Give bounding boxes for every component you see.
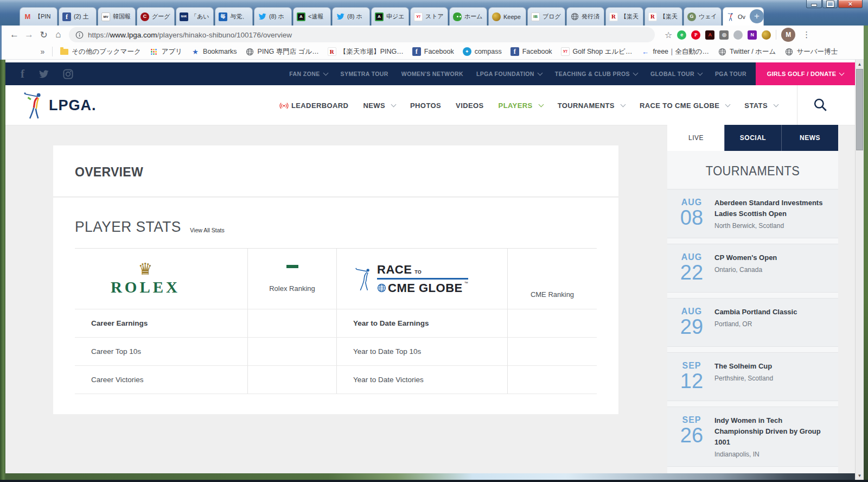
globe-icon xyxy=(246,47,254,56)
browser-tab[interactable]: M 【PIN xyxy=(20,7,58,26)
back-button[interactable]: ← xyxy=(7,28,22,42)
browser-tab[interactable]: 発行済 xyxy=(566,7,604,26)
rakuten-icon: R xyxy=(328,47,336,56)
tab-title: ストア xyxy=(425,12,444,21)
facebook-icon[interactable]: f xyxy=(21,67,24,81)
lpga-logo[interactable]: LPGA. xyxy=(24,91,97,119)
main-nav-item[interactable]: NEWS xyxy=(363,102,395,110)
search-button[interactable] xyxy=(813,97,829,113)
bookmark-star-icon[interactable]: ☆ xyxy=(665,30,672,40)
maximize-button[interactable] xyxy=(822,0,838,8)
browser-tab[interactable]: lB ブログ xyxy=(527,7,565,26)
screenshot-extension-icon[interactable]: ◎ xyxy=(719,30,729,40)
browser-tab[interactable]: G ウェイ xyxy=(684,7,722,26)
browser-tab[interactable]: (8) ホ xyxy=(332,7,370,26)
chevron-down-icon xyxy=(725,102,731,107)
bookmark-item[interactable]: ✦ compass xyxy=(458,46,506,58)
nhk-icon: NHK xyxy=(180,12,188,21)
utility-nav-item[interactable]: SYMETRA TOUR xyxy=(341,71,388,77)
twitter-icon[interactable] xyxy=(39,69,49,79)
tab-title: 【楽天 xyxy=(660,12,679,21)
divider xyxy=(52,47,53,56)
main-nav-item[interactable]: VIDEOS xyxy=(456,102,484,110)
instagram-icon[interactable] xyxy=(63,69,73,79)
utility-nav-item[interactable]: LPGA FOUNDATION xyxy=(476,71,542,77)
tournament-location: Ontario, Canada xyxy=(714,266,777,274)
browser-tab[interactable]: (8) ホ xyxy=(254,7,292,26)
browser-tab[interactable]: C グーグ xyxy=(137,7,175,26)
utility-nav-item[interactable]: FAN ZONE xyxy=(289,71,327,77)
tournament-item[interactable]: AUG 29 Cambia Portland Classic Portland,… xyxy=(667,298,838,347)
main-nav-item[interactable]: PLAYERS xyxy=(499,102,543,110)
tournament-item[interactable]: AUG 08 Aberdeen Standard Investments Lad… xyxy=(667,189,838,238)
main-nav-item[interactable]: TOURNAMENTS xyxy=(558,102,625,110)
browser-tab[interactable]: R 【楽天 xyxy=(605,7,643,26)
view-all-stats-link[interactable]: View All Stats xyxy=(190,227,224,233)
bookmark-item[interactable]: Twitter / ホーム xyxy=(713,46,780,58)
title-bar: M 【PIN f (2) 土 MV 韓国報 C グーグ NHK xyxy=(0,0,868,26)
reload-button[interactable]: ↻ xyxy=(36,28,51,42)
scroll-up-icon[interactable]: ▲ xyxy=(856,60,864,68)
globe-icon xyxy=(784,47,793,56)
new-tab-button[interactable]: + xyxy=(750,9,764,23)
main-nav-item[interactable]: STATS xyxy=(744,102,778,110)
home-button[interactable]: ⌂ xyxy=(51,28,66,42)
bookmark-item[interactable]: アプリ xyxy=(145,46,187,58)
keeper-extension-icon[interactable] xyxy=(762,30,771,40)
browser-tab[interactable]: Y! ストア xyxy=(410,7,448,26)
main-nav-item[interactable]: PHOTOS xyxy=(410,102,441,110)
other-bookmarks[interactable]: その他のブックマーク xyxy=(56,46,145,58)
utility-nav-item[interactable]: WOMEN'S NETWORK xyxy=(401,71,463,77)
scrollbar-thumb[interactable] xyxy=(856,69,863,150)
scroll-down-icon[interactable]: ▼ xyxy=(856,471,864,480)
bookmarks-overflow-icon[interactable]: » xyxy=(36,47,49,56)
profile-avatar[interactable]: M xyxy=(781,28,795,42)
bookmark-item[interactable]: f Facebook xyxy=(506,46,557,58)
page-scrollbar[interactable]: ▲ ▼ xyxy=(855,60,864,480)
utility-nav-item[interactable]: GLOBAL TOUR xyxy=(650,71,702,77)
browser-tab[interactable]: NHK 「あい xyxy=(176,7,214,26)
acrobat-extension-icon[interactable]: A xyxy=(705,30,714,40)
bookmark-item[interactable]: R 【楽天市場】PING… xyxy=(323,46,408,58)
browser-tab[interactable]: R 【楽天 xyxy=(644,7,682,26)
utility-nav-item[interactable]: TEACHING & CLUB PROS xyxy=(555,71,637,77)
address-bar[interactable]: https://www.lpga.com/players/hinako-shib… xyxy=(69,27,655,42)
extension-icon[interactable] xyxy=(733,30,743,40)
bookmark-item[interactable]: Y! Golf Shop エルビ… xyxy=(557,46,637,58)
close-button[interactable]: ✕ xyxy=(838,0,863,8)
minimize-button[interactable] xyxy=(806,0,822,8)
browser-tab[interactable]: f (2) 土 xyxy=(59,7,97,26)
tournament-date: AUG 29 xyxy=(676,307,707,338)
browser-menu-icon[interactable]: ⋮ xyxy=(800,30,813,40)
browser-tab[interactable]: MV 韓国報 xyxy=(98,7,136,26)
browser-tab[interactable]: Keepe xyxy=(488,7,526,26)
sidebar-tab[interactable]: SOCIAL xyxy=(724,125,781,151)
main-nav-item[interactable]: RACE TO CME GLOBE xyxy=(640,102,730,110)
bookmark-item[interactable]: サーバー博士 xyxy=(780,46,842,58)
tab-title: Keepe xyxy=(503,14,522,20)
bookmark-item[interactable]: ← freee｜全自動の… xyxy=(637,46,714,58)
browser-tab[interactable]: 毎 与党、 xyxy=(215,7,253,26)
evernote-extension-icon[interactable]: e xyxy=(677,30,686,40)
onenote-extension-icon[interactable]: N xyxy=(748,30,757,40)
browser-tab[interactable]: ホーム xyxy=(449,7,487,26)
tournament-item[interactable]: AUG 22 CP Women's Open Ontario, Canada xyxy=(667,244,838,293)
browser-tab[interactable]: A <速報 xyxy=(293,7,331,26)
pinterest-extension-icon[interactable]: P xyxy=(691,30,700,40)
browser-tab[interactable]: A 申ジエ xyxy=(371,7,409,26)
bookmark-label: サーバー博士 xyxy=(796,47,838,56)
girls-golf-donate-button[interactable]: GIRLS GOLF / DONATE xyxy=(756,62,855,85)
bookmark-item[interactable]: PING 専門店 ゴル… xyxy=(241,46,323,58)
sidebar-tab[interactable]: NEWS xyxy=(781,125,838,151)
bookmark-item[interactable]: ★ Bookmarks xyxy=(187,46,241,58)
tournament-item[interactable]: SEP 12 The Solheim Cup Perthshire, Scotl… xyxy=(667,352,838,401)
sidebar-tab[interactable]: LIVE xyxy=(667,125,724,151)
utility-nav-item[interactable]: PGA TOUR xyxy=(715,71,746,77)
main-nav-item[interactable]: LEADERBOARD xyxy=(279,102,349,110)
page-info-icon[interactable] xyxy=(75,31,84,39)
tournament-item[interactable]: SEP 26 Indy Women in Tech Championship D… xyxy=(667,407,838,467)
page-title: OVERVIEW xyxy=(53,145,618,180)
url-text[interactable]: https://www.lpga.com/players/hinako-shib… xyxy=(88,31,292,39)
forward-button[interactable]: → xyxy=(22,28,36,42)
bookmark-item[interactable]: f Facebook xyxy=(408,46,458,58)
